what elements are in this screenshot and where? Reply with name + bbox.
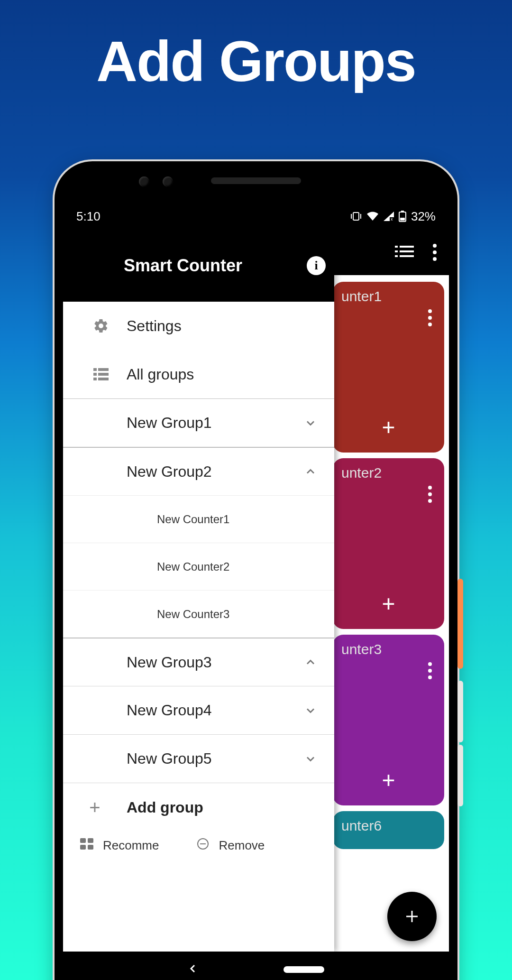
phone-speaker [211, 177, 301, 184]
drawer-counter-item[interactable]: New Counter1 [63, 495, 334, 543]
svg-rect-15 [98, 368, 109, 371]
counter-card[interactable]: unter2 + [333, 458, 444, 629]
list-view-icon[interactable] [395, 245, 414, 260]
signal-icon: x [384, 212, 394, 221]
plus-icon: + [63, 797, 127, 818]
svg-rect-12 [93, 368, 97, 371]
remove-label: Remove [219, 838, 265, 853]
recommend-label: Recomme [103, 838, 159, 853]
battery-icon [399, 211, 406, 222]
home-pill[interactable] [283, 966, 324, 973]
drawer-item-settings[interactable]: Settings [63, 302, 334, 350]
group-label: New Group3 [63, 654, 304, 671]
svg-rect-21 [88, 845, 93, 850]
group-label: New Group1 [63, 414, 304, 432]
drawer-item-recommend[interactable]: Recomme [80, 838, 159, 853]
card-plus-icon[interactable]: + [382, 767, 395, 793]
add-group-label: Add group [127, 799, 203, 816]
card-more-icon[interactable] [428, 662, 432, 679]
drawer-counter-item[interactable]: New Counter2 [63, 543, 334, 590]
drawer-item-label: Settings [127, 317, 322, 335]
counter-label: New Counter2 [75, 560, 322, 573]
group-label: New Group2 [63, 463, 304, 481]
drawer-header: Smart Counter i [63, 230, 334, 302]
chevron-down-icon[interactable] [304, 416, 322, 430]
promo-title: Add Groups [0, 28, 512, 94]
card-more-icon[interactable] [428, 486, 432, 503]
app-title: Smart Counter [124, 256, 242, 276]
overflow-menu-icon[interactable] [433, 244, 437, 261]
counter-card[interactable]: unter3 + [333, 635, 444, 805]
svg-rect-5 [400, 218, 405, 221]
svg-rect-9 [400, 246, 414, 248]
card-plus-icon[interactable]: + [382, 414, 395, 440]
chevron-up-icon[interactable] [304, 656, 322, 669]
back-icon[interactable] [188, 963, 198, 976]
wifi-icon [366, 212, 379, 221]
status-bar: 5:10 x 32% [63, 203, 449, 230]
remove-icon [197, 838, 209, 853]
svg-rect-18 [80, 838, 86, 843]
svg-rect-8 [395, 255, 398, 257]
phone-camera [163, 176, 173, 187]
group-label: New Group5 [63, 750, 304, 767]
counter-label: New Counter3 [75, 608, 322, 621]
battery-percent: 32% [411, 209, 436, 224]
svg-rect-14 [93, 378, 97, 380]
app-surface: unter1 + unter2 + unter3 [63, 230, 449, 952]
fab-add-button[interactable] [387, 892, 437, 941]
svg-rect-10 [400, 250, 414, 252]
vibrate-icon [350, 212, 362, 221]
svg-rect-11 [400, 255, 414, 257]
status-time: 5:10 [76, 209, 101, 224]
gear-icon [75, 318, 127, 334]
phone-frame: 5:10 x 32% [55, 161, 457, 980]
svg-text:x: x [391, 217, 393, 221]
drawer-group-item[interactable]: New Group5 [63, 734, 334, 783]
system-navigation-bar [63, 952, 449, 980]
svg-rect-17 [98, 378, 109, 380]
svg-rect-19 [88, 838, 93, 843]
drawer-bottom-row: Recomme Remove [63, 832, 334, 853]
card-plus-icon[interactable]: + [382, 591, 395, 617]
drawer-item-all-groups[interactable]: All groups [63, 350, 334, 398]
drawer-item-remove[interactable]: Remove [197, 838, 265, 853]
list-icon [75, 368, 127, 380]
drawer-group-item[interactable]: New Group2 [63, 447, 334, 495]
drawer-group-item[interactable]: New Group4 [63, 686, 334, 734]
chevron-up-icon[interactable] [304, 465, 322, 478]
drawer-item-add-group[interactable]: + Add group [63, 783, 334, 832]
volume-down-button [457, 745, 463, 806]
svg-rect-0 [353, 213, 359, 220]
chevron-down-icon[interactable] [304, 704, 322, 717]
power-button [457, 579, 463, 669]
counter-card[interactable]: unter1 + [333, 282, 444, 453]
phone-camera [139, 176, 149, 187]
svg-rect-20 [80, 845, 86, 850]
navigation-drawer: Smart Counter i Settings [63, 230, 334, 952]
svg-rect-6 [395, 246, 398, 248]
svg-rect-4 [401, 211, 404, 212]
svg-rect-13 [93, 373, 97, 376]
recommend-icon [80, 838, 93, 853]
svg-rect-16 [98, 373, 109, 376]
drawer-item-label: All groups [127, 366, 322, 383]
drawer-group-item[interactable]: New Group3 [63, 638, 334, 686]
volume-up-button [457, 681, 463, 742]
chevron-down-icon[interactable] [304, 752, 322, 766]
counter-label: New Counter1 [75, 513, 322, 526]
group-label: New Group4 [63, 702, 304, 719]
drawer-counter-item[interactable]: New Counter3 [63, 590, 334, 638]
info-icon[interactable]: i [307, 256, 326, 275]
svg-rect-7 [395, 250, 398, 252]
card-more-icon[interactable] [428, 309, 432, 326]
drawer-group-item[interactable]: New Group1 [63, 398, 334, 447]
counter-card[interactable]: unter6 [333, 811, 444, 849]
